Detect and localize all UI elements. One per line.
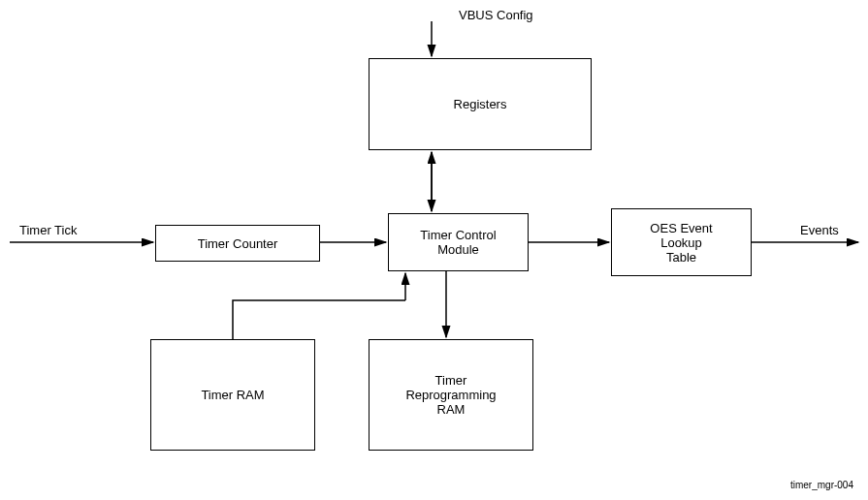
diagram-canvas: VBUS Config Timer Tick Events Registers … — [0, 0, 868, 500]
arrows-layer — [0, 0, 868, 500]
line-timerram-to-control — [233, 300, 405, 339]
